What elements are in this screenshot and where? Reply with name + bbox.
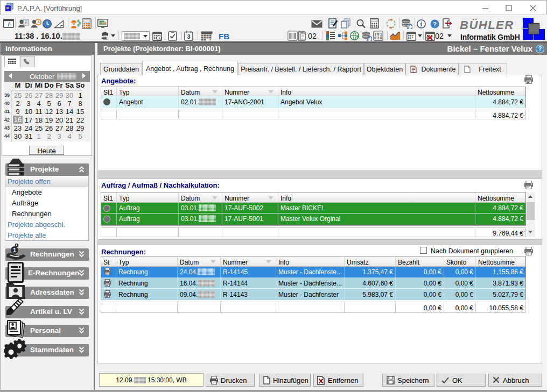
svg-text:0 1 0: 0 1 0 <box>374 36 382 40</box>
svg-text:3: 3 <box>187 33 190 40</box>
svg-text:1: 1 <box>13 247 16 253</box>
svg-text:1 0 1: 1 0 1 <box>374 32 382 36</box>
svg-text:?: ? <box>433 21 437 27</box>
